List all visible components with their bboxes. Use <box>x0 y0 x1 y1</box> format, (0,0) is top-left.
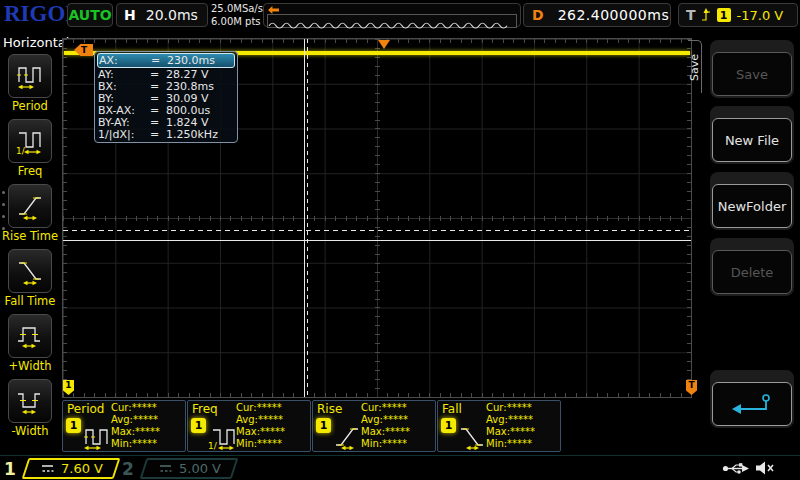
plus-width-icon <box>15 321 45 351</box>
channel-badge: 1 <box>316 418 331 433</box>
new-file-button[interactable]: New File <box>710 106 794 164</box>
min-value: Min:***** <box>111 438 160 450</box>
trigger-position-value: 262.400000ms <box>558 7 670 23</box>
ch2-scale: 5.00 V <box>179 461 221 476</box>
fall-waveform-icon <box>458 422 488 450</box>
right-soft-menu: Save Save New File NewFolder Delete <box>700 30 800 455</box>
menu-item-rise-time[interactable]: Rise Time <box>0 184 60 243</box>
cursor-b-horizontal[interactable] <box>63 230 691 231</box>
center-vertical-ticks <box>375 39 380 397</box>
max-value: Max:***** <box>486 426 535 438</box>
cur-value: Cur:***** <box>111 402 160 414</box>
trigger-position-box[interactable]: D 262.400000ms <box>523 3 671 27</box>
dc-coupling-icon <box>40 463 55 474</box>
memory-waveform-strip <box>267 14 517 28</box>
svg-text:1/: 1/ <box>16 146 26 156</box>
minus-width-icon <box>15 386 45 416</box>
avg-value: Avg:***** <box>361 414 410 426</box>
d-label: D <box>532 7 544 23</box>
cursor-b-vertical[interactable] <box>307 39 308 397</box>
cursor-row-ax[interactable]: AX: = 230.0ms <box>97 53 235 68</box>
top-status-bar: RIGOL AUTO H 20.0ms 25.0MSa/s 6.00M pts … <box>0 0 800 30</box>
menu-item-period[interactable]: Period <box>0 54 60 113</box>
waveform-preview[interactable] <box>263 3 521 27</box>
min-value: Min:***** <box>236 438 285 450</box>
return-arrow-icon <box>724 391 780 417</box>
cursor-measurement-overlay: AX: = 230.0ms AY: = 28.27 V BX: = 230.8m… <box>94 51 238 143</box>
rise-waveform-icon <box>333 422 363 450</box>
dc-coupling-icon <box>158 463 173 474</box>
h-scale-value: 20.0ms <box>146 7 198 23</box>
menu-item-nwidth[interactable]: -Width <box>0 379 60 438</box>
save-button[interactable]: Save <box>710 40 794 98</box>
cur-value: Cur:***** <box>361 402 410 414</box>
rise-time-icon <box>15 191 45 221</box>
freq-icon: 1/ <box>15 126 45 156</box>
trigger-source-badge: 1 <box>717 8 731 22</box>
svg-text:1/: 1/ <box>208 441 218 450</box>
menu-page-dots <box>2 182 5 239</box>
cursor-row-by[interactable]: BY: = 30.09 V <box>98 92 234 104</box>
menu-title: Horizontal <box>3 35 69 50</box>
channel-badge: 1 <box>441 418 456 433</box>
min-value: Min:***** <box>486 438 535 450</box>
speaker-muted-icon <box>754 460 776 476</box>
measure-panel-period[interactable]: Period 1 Cur:***** Avg:***** Max:***** M… <box>62 400 186 452</box>
oscilloscope-screen: RIGOL AUTO H 20.0ms 25.0MSa/s 6.00M pts … <box>0 0 800 480</box>
channel-badge: 1 <box>191 418 206 433</box>
freq-waveform-icon: 1/ <box>208 422 238 450</box>
left-measure-menu: Horizontal Period 1/ Freq <box>0 30 60 455</box>
run-state-label: AUTO <box>68 7 111 23</box>
cursor-a-horizontal[interactable] <box>63 240 691 241</box>
return-button[interactable] <box>710 370 794 428</box>
preview-wave-icon <box>268 20 514 30</box>
edge-trigger-icon <box>700 7 712 23</box>
max-value: Max:***** <box>361 426 410 438</box>
period-waveform-icon <box>83 422 113 450</box>
usb-icon <box>722 461 750 476</box>
measure-panel-freq[interactable]: Freq 1 1/ Cur:***** Avg:***** Max:***** … <box>187 400 311 452</box>
cursor-a-vertical[interactable] <box>304 39 305 397</box>
cur-value: Cur:***** <box>236 402 285 414</box>
min-value: Min:***** <box>361 438 410 450</box>
ch1-scale: 7.60 V <box>61 461 103 476</box>
h-label: H <box>124 7 136 23</box>
cur-value: Cur:***** <box>486 402 535 414</box>
trigger-status-box[interactable]: T 1 -17.0 V <box>678 3 798 27</box>
channel-1-status[interactable]: 1 7.60 V <box>2 458 117 479</box>
cursor-row-invdx[interactable]: 1/|dX|: = 1.250kHz <box>98 128 234 140</box>
acquisition-info: 25.0MSa/s 6.00M pts <box>211 2 263 28</box>
graticule: T T 1 AX: = 230.0ms AY: = 28.27 V BX: = … <box>62 38 692 398</box>
trigger-level-value: -17.0 V <box>737 8 784 23</box>
delete-button[interactable]: Delete <box>710 238 794 296</box>
channel-2-status[interactable]: 2 5.00 V <box>120 458 235 479</box>
menu-item-pwidth[interactable]: +Width <box>0 314 60 373</box>
max-value: Max:***** <box>111 426 160 438</box>
fall-time-icon <box>15 256 45 286</box>
avg-value: Avg:***** <box>111 414 160 426</box>
trigger-position-marker[interactable] <box>378 40 390 49</box>
sample-rate: 25.0MSa/s <box>211 2 263 15</box>
measure-panel-fall[interactable]: Fall 1 Cur:***** Avg:***** Max:***** Min… <box>437 400 561 452</box>
period-icon <box>15 61 45 91</box>
new-folder-button[interactable]: NewFolder <box>710 172 794 230</box>
menu-item-freq[interactable]: 1/ Freq <box>0 119 60 178</box>
measure-panel-rise[interactable]: Rise 1 Cur:***** Avg:***** Max:***** Min… <box>312 400 436 452</box>
measurement-bar: Period 1 Cur:***** Avg:***** Max:***** M… <box>62 400 572 452</box>
channel-badge: 1 <box>66 418 81 433</box>
run-state-badge[interactable]: AUTO <box>67 3 113 27</box>
menu-tab-save: Save <box>688 40 702 93</box>
bottom-status-bar: 1 7.60 V 2 5.00 V <box>0 455 800 480</box>
menu-item-fall-time[interactable]: Fall Time <box>0 249 60 308</box>
cursor-row-bxax[interactable]: BX-AX: = 800.0us <box>98 104 234 116</box>
horizontal-scale-box[interactable]: H 20.0ms <box>116 3 208 27</box>
avg-value: Avg:***** <box>486 414 535 426</box>
cursor-row-byay[interactable]: BY-AY: = 1.824 V <box>98 116 234 128</box>
memory-depth: 6.00M pts <box>211 15 263 28</box>
t-label: T <box>686 7 696 23</box>
cursor-row-bx[interactable]: BX: = 230.8ms <box>98 80 234 92</box>
avg-value: Avg:***** <box>236 414 285 426</box>
cursor-row-ay[interactable]: AY: = 28.27 V <box>98 68 234 80</box>
max-value: Max:***** <box>236 426 285 438</box>
trigger-offscreen-left-icon <box>268 6 279 14</box>
